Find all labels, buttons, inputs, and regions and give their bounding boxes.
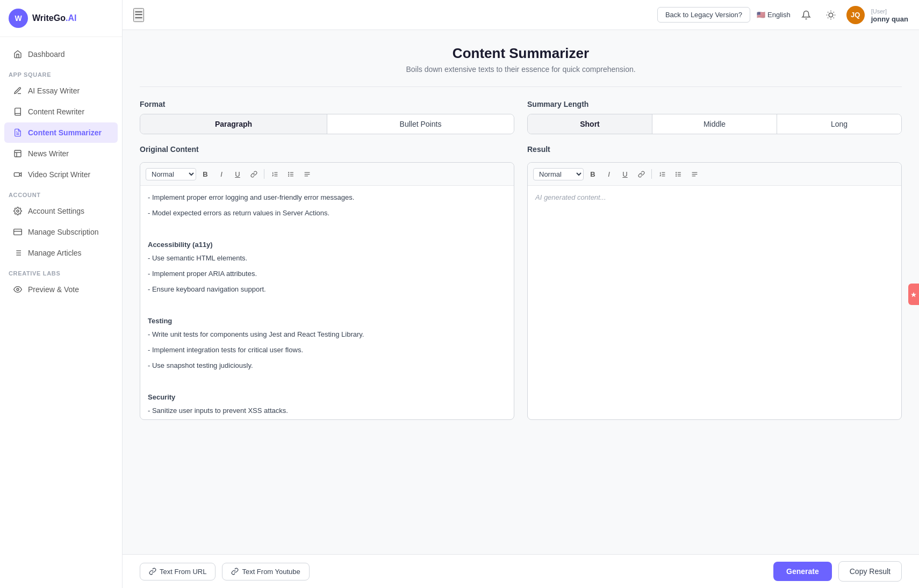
sidebar-section-account: ACCOUNT bbox=[0, 185, 122, 200]
result-underline-button[interactable]: U bbox=[618, 167, 632, 181]
options-row: Format Paragraph Bullet Points Summary L… bbox=[140, 100, 902, 134]
sidebar-item-label: Content Summarizer bbox=[28, 128, 102, 137]
italic-button[interactable]: I bbox=[214, 167, 228, 181]
result-link-button[interactable] bbox=[634, 167, 648, 181]
pen-icon bbox=[13, 86, 23, 96]
copy-result-button[interactable]: Copy Result bbox=[838, 561, 902, 582]
sidebar-item-label: News Writer bbox=[28, 149, 69, 158]
length-label: Summary Length bbox=[527, 100, 902, 108]
svg-point-30 bbox=[288, 172, 289, 172]
header: ☰ Back to Legacy Version? 🇺🇸 English JQ … bbox=[123, 0, 919, 30]
main-content: ☰ Back to Legacy Version? 🇺🇸 English JQ … bbox=[123, 0, 919, 588]
svg-rect-2 bbox=[15, 150, 21, 157]
unordered-list-button[interactable] bbox=[284, 167, 298, 181]
sidebar-item-account-settings[interactable]: Account Settings bbox=[4, 201, 118, 221]
ordered-list-button[interactable] bbox=[268, 167, 282, 181]
original-content-column: Original Content Normal Heading 1 Headin… bbox=[140, 145, 514, 420]
length-section: Summary Length Short Middle Long bbox=[527, 100, 902, 134]
result-italic-button[interactable]: I bbox=[602, 167, 616, 181]
svg-point-43 bbox=[676, 173, 676, 174]
sidebar-item-dashboard[interactable]: Dashboard bbox=[4, 44, 118, 64]
format-btn-group: Paragraph Bullet Points bbox=[140, 114, 514, 134]
sidebar-nav: Dashboard APP SQUARE AI Essay Writer Con… bbox=[0, 37, 122, 307]
text-from-youtube-label: Text From Youtube bbox=[242, 568, 300, 576]
svg-line-22 bbox=[828, 17, 828, 18]
legacy-version-button[interactable]: Back to Legacy Version? bbox=[657, 7, 750, 23]
original-content-body[interactable]: - Implement proper error logging and use… bbox=[140, 186, 514, 419]
svg-point-32 bbox=[288, 176, 289, 176]
sidebar-item-ai-essay-writer[interactable]: AI Essay Writer bbox=[4, 81, 118, 101]
sidebar-item-label: Dashboard bbox=[28, 50, 65, 59]
content-area: Content Summarizer Boils down extensive … bbox=[123, 30, 919, 554]
floating-feedback-button[interactable] bbox=[908, 284, 919, 305]
doc-icon bbox=[13, 128, 23, 137]
sidebar-section-creative-labs: CREATIVE LABS bbox=[0, 264, 122, 279]
bold-button[interactable]: B bbox=[198, 167, 212, 181]
result-placeholder: AI generated content... bbox=[535, 193, 606, 201]
format-label: Format bbox=[140, 100, 514, 108]
section-divider bbox=[140, 86, 902, 87]
sidebar-item-content-rewriter[interactable]: Content Rewriter bbox=[4, 101, 118, 122]
sidebar-item-label: Account Settings bbox=[28, 207, 84, 215]
video-icon bbox=[13, 170, 23, 179]
original-format-select[interactable]: Normal Heading 1 Heading 2 bbox=[146, 168, 196, 180]
original-content-toolbar: Normal Heading 1 Heading 2 B I U bbox=[140, 163, 514, 186]
link-button[interactable] bbox=[247, 167, 261, 181]
result-format-select[interactable]: Normal Heading 1 Heading 2 bbox=[533, 168, 584, 180]
logo-icon: W bbox=[9, 9, 28, 28]
align-button[interactable] bbox=[300, 167, 314, 181]
sidebar-item-label: Video Script Writer bbox=[28, 170, 90, 179]
underline-button[interactable]: U bbox=[231, 167, 245, 181]
sidebar-item-label: Manage Articles bbox=[28, 249, 82, 257]
result-bold-button[interactable]: B bbox=[586, 167, 600, 181]
svg-point-14 bbox=[17, 288, 19, 291]
editors-row: Original Content Normal Heading 1 Headin… bbox=[140, 145, 902, 420]
home-icon bbox=[13, 49, 23, 59]
svg-line-18 bbox=[828, 12, 828, 12]
flag-icon: 🇺🇸 bbox=[757, 11, 765, 19]
sidebar-item-manage-subscription[interactable]: Manage Subscription bbox=[4, 222, 118, 242]
format-bullet-points-button[interactable]: Bullet Points bbox=[327, 114, 514, 134]
sidebar-item-video-script-writer[interactable]: Video Script Writer bbox=[4, 164, 118, 185]
sidebar-item-manage-articles[interactable]: Manage Articles bbox=[4, 243, 118, 263]
sidebar-item-label: Content Rewriter bbox=[28, 107, 84, 116]
length-short-button[interactable]: Short bbox=[528, 114, 652, 134]
result-toolbar-divider bbox=[651, 169, 652, 179]
gear-icon bbox=[13, 206, 23, 216]
sidebar-item-preview-vote[interactable]: Preview & Vote bbox=[4, 279, 118, 300]
length-middle-button[interactable]: Middle bbox=[652, 114, 777, 134]
generate-button[interactable]: Generate bbox=[773, 562, 832, 581]
book-icon bbox=[13, 107, 23, 117]
user-role: [User] bbox=[871, 8, 887, 14]
sidebar-item-news-writer[interactable]: News Writer bbox=[4, 143, 118, 164]
menu-toggle-button[interactable]: ☰ bbox=[133, 8, 144, 22]
theme-toggle-button[interactable] bbox=[822, 6, 840, 24]
sidebar-logo: W WriteGo.AI bbox=[0, 0, 122, 37]
user-name: jonny quan bbox=[871, 15, 908, 23]
sidebar-item-content-summarizer[interactable]: Content Summarizer bbox=[4, 122, 118, 143]
svg-point-15 bbox=[829, 13, 833, 17]
result-body[interactable]: AI generated content... bbox=[528, 186, 901, 419]
result-panel: Normal Heading 1 Heading 2 B I U bbox=[527, 162, 902, 420]
text-from-url-button[interactable]: Text From URL bbox=[140, 563, 216, 580]
avatar[interactable]: JQ bbox=[846, 6, 865, 24]
sidebar-item-label: Preview & Vote bbox=[28, 285, 79, 294]
svg-rect-3 bbox=[14, 173, 19, 177]
page-subtitle: Boils down extensive texts to their esse… bbox=[140, 65, 902, 74]
text-from-youtube-button[interactable]: Text From Youtube bbox=[222, 563, 309, 580]
result-unordered-list-button[interactable] bbox=[671, 167, 685, 181]
length-long-button[interactable]: Long bbox=[777, 114, 901, 134]
bottom-bar: Text From URL Text From Youtube Generate… bbox=[123, 554, 919, 588]
logo-text: WriteGo.AI bbox=[32, 13, 76, 23]
format-paragraph-button[interactable]: Paragraph bbox=[140, 114, 327, 134]
sidebar-item-label: Manage Subscription bbox=[28, 228, 99, 236]
text-from-url-label: Text From URL bbox=[160, 568, 206, 576]
language-selector[interactable]: 🇺🇸 English bbox=[757, 11, 791, 19]
sidebar-item-label: AI Essay Writer bbox=[28, 86, 80, 95]
notification-button[interactable] bbox=[797, 6, 815, 24]
result-ordered-list-button[interactable] bbox=[655, 167, 669, 181]
user-info: [User] jonny quan bbox=[871, 7, 908, 23]
result-align-button[interactable] bbox=[687, 167, 701, 181]
sidebar: W WriteGo.AI Dashboard APP SQUARE AI Ess… bbox=[0, 0, 123, 588]
svg-point-5 bbox=[17, 210, 19, 212]
